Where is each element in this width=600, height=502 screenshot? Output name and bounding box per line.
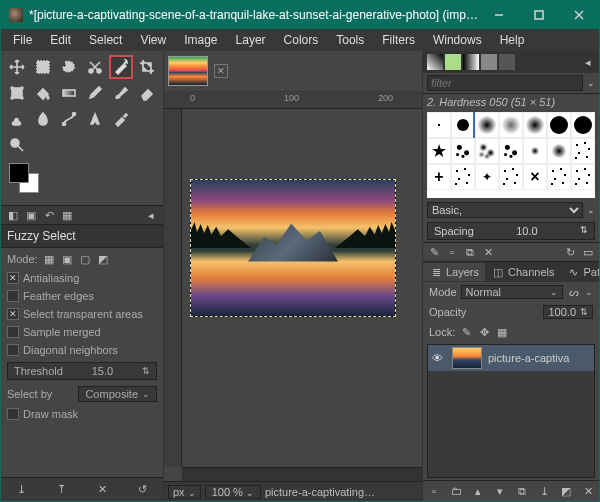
refresh-brushes-icon[interactable]: ↻ — [563, 245, 577, 259]
brush-filter-input[interactable] — [427, 75, 583, 91]
brush-item[interactable]: ★ — [427, 138, 451, 164]
menu-file[interactable]: File — [5, 30, 40, 50]
new-layer-icon[interactable]: ▫ — [427, 484, 441, 498]
opacity-input[interactable]: 100.0⇅ — [543, 305, 593, 319]
switch-mode-icon[interactable]: ᔕ — [567, 285, 581, 299]
tool-move[interactable] — [5, 55, 29, 79]
menu-colors[interactable]: Colors — [276, 30, 327, 50]
lower-layer-icon[interactable]: ▾ — [493, 484, 507, 498]
tool-pencil[interactable] — [83, 81, 107, 105]
spacing-slider[interactable]: Spacing 10.0 ⇅ — [427, 222, 595, 240]
undo-history-tab-icon[interactable]: ↶ — [41, 207, 57, 223]
canvas-area[interactable] — [164, 109, 422, 467]
gradients-tab-icon[interactable] — [463, 54, 479, 70]
menu-tools[interactable]: Tools — [328, 30, 372, 50]
delete-preset-icon[interactable]: ✕ — [95, 483, 109, 497]
tool-free-select[interactable] — [57, 55, 81, 79]
tool-fuzzy-select[interactable] — [109, 55, 133, 79]
delete-brush-icon[interactable]: ✕ — [481, 245, 495, 259]
menu-select[interactable]: Select — [81, 30, 130, 50]
mode-add-icon[interactable]: ▣ — [60, 252, 74, 266]
close-button[interactable] — [559, 1, 599, 29]
images-tab-icon[interactable]: ▦ — [59, 207, 75, 223]
brush-item[interactable] — [571, 112, 595, 138]
blend-mode-select[interactable]: Normal⌄ — [461, 285, 563, 299]
image-tab-thumb[interactable] — [168, 56, 208, 86]
brush-item[interactable] — [523, 112, 547, 138]
brush-item[interactable] — [547, 112, 571, 138]
tool-crop[interactable] — [135, 55, 159, 79]
menu-filters[interactable]: Filters — [374, 30, 423, 50]
tool-scissors[interactable] — [83, 55, 107, 79]
feather-row[interactable]: Feather edges — [7, 290, 157, 302]
brush-item[interactable]: + — [427, 164, 451, 190]
brushes-tab-icon[interactable] — [427, 54, 443, 70]
layer-row[interactable]: 👁 picture-a-captiva — [428, 345, 594, 371]
brush-item[interactable] — [571, 138, 595, 164]
stepper-icon[interactable]: ⇅ — [580, 307, 588, 317]
merge-down-icon[interactable]: ⤓ — [537, 484, 551, 498]
duplicate-layer-icon[interactable]: ⧉ — [515, 484, 529, 498]
tool-gradient[interactable] — [57, 81, 81, 105]
scrollbar-horizontal[interactable] — [182, 467, 422, 481]
brush-item[interactable] — [499, 164, 523, 190]
visibility-eye-icon[interactable]: 👁 — [432, 352, 446, 364]
brush-item[interactable] — [451, 138, 475, 164]
close-image-tab[interactable]: ✕ — [214, 64, 228, 78]
menu-layer[interactable]: Layer — [228, 30, 274, 50]
brush-item[interactable]: ✦ — [475, 164, 499, 190]
sample-merged-row[interactable]: Sample merged — [7, 326, 157, 338]
mask-icon[interactable]: ◩ — [559, 484, 573, 498]
duplicate-brush-icon[interactable]: ⧉ — [463, 245, 477, 259]
lock-alpha-icon[interactable]: ▦ — [495, 325, 509, 339]
foreground-color[interactable] — [9, 163, 29, 183]
unit-selector[interactable]: px ⌄ — [168, 485, 201, 499]
select-by-dropdown[interactable]: Composite ⌄ — [78, 386, 157, 402]
brush-item[interactable] — [499, 112, 523, 138]
tab-paths[interactable]: ∿Paths — [561, 263, 600, 281]
save-preset-icon[interactable]: ⤓ — [14, 483, 28, 497]
menu-image[interactable]: Image — [176, 30, 225, 50]
brush-item[interactable] — [475, 112, 499, 138]
mode-intersect-icon[interactable]: ◩ — [96, 252, 110, 266]
minimize-button[interactable] — [479, 1, 519, 29]
stepper-icon[interactable]: ⇅ — [580, 225, 588, 237]
antialias-row[interactable]: ✕Antialiasing — [7, 272, 157, 284]
chevron-down-icon[interactable]: ⌄ — [587, 78, 595, 88]
sel-trans-checkbox[interactable]: ✕ — [7, 308, 19, 320]
brush-item[interactable] — [451, 164, 475, 190]
mode-subtract-icon[interactable]: ▢ — [78, 252, 92, 266]
color-swatches[interactable] — [1, 161, 163, 205]
tab-layers[interactable]: ≣Layers — [423, 263, 485, 281]
canvas[interactable] — [190, 179, 396, 317]
brush-item[interactable]: × — [523, 164, 547, 190]
brush-item[interactable] — [499, 138, 523, 164]
lock-position-icon[interactable]: ✥ — [477, 325, 491, 339]
brush-item[interactable] — [547, 164, 571, 190]
threshold-stepper-icon[interactable]: ⇅ — [142, 366, 150, 376]
tool-zoom[interactable] — [5, 133, 29, 157]
ruler-horizontal[interactable]: 0 100 200 — [164, 91, 422, 109]
tool-rect-select[interactable] — [31, 55, 55, 79]
tab-channels[interactable]: ◫Channels — [485, 263, 560, 281]
chevron-down-icon[interactable]: ⌄ — [585, 287, 593, 297]
device-status-tab-icon[interactable]: ▣ — [23, 207, 39, 223]
brush-preset-select[interactable]: Basic, — [427, 202, 583, 218]
antialias-checkbox[interactable]: ✕ — [7, 272, 19, 284]
delete-layer-icon[interactable]: ✕ — [581, 484, 595, 498]
tool-paintbrush[interactable] — [109, 81, 133, 105]
menu-view[interactable]: View — [132, 30, 174, 50]
raise-layer-icon[interactable]: ▴ — [471, 484, 485, 498]
patterns-tab-icon[interactable] — [445, 54, 461, 70]
menu-help[interactable]: Help — [492, 30, 533, 50]
edit-brush-icon[interactable]: ✎ — [427, 245, 441, 259]
diag-checkbox[interactable] — [7, 344, 19, 356]
draw-mask-row[interactable]: Draw mask — [7, 408, 157, 420]
lock-pixels-icon[interactable]: ✎ — [459, 325, 473, 339]
maximize-button[interactable] — [519, 1, 559, 29]
feather-checkbox[interactable] — [7, 290, 19, 302]
draw-mask-checkbox[interactable] — [7, 408, 19, 420]
tool-path[interactable] — [57, 107, 81, 131]
ruler-vertical[interactable] — [164, 109, 182, 467]
zoom-selector[interactable]: 100 % ⌄ — [205, 485, 261, 499]
